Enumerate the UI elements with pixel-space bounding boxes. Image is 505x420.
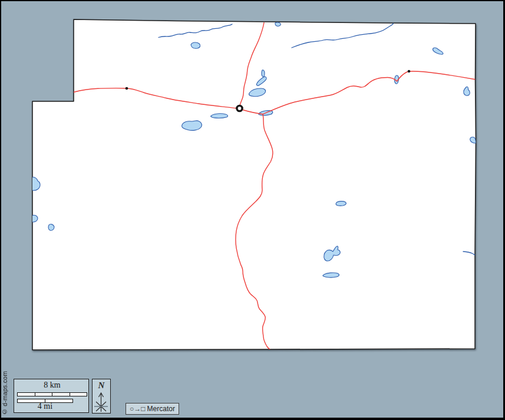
county-outline	[32, 19, 476, 350]
map-canvas: 8 km 4 mi N ○→□ Mercator © d-maps.com	[0, 0, 505, 420]
lake	[191, 42, 200, 48]
scale-bar-km	[17, 392, 87, 396]
north-arrow-icon	[93, 391, 110, 413]
place-dot	[126, 87, 128, 90]
lake	[336, 201, 346, 206]
county-map	[0, 0, 505, 420]
projection-panel: ○→□ Mercator	[126, 403, 179, 415]
scale-bar-panel: 8 km 4 mi	[14, 379, 89, 413]
scale-mi-label: 4 mi	[17, 402, 73, 411]
scale-segment	[35, 393, 52, 396]
lake	[182, 121, 202, 131]
lake	[211, 114, 228, 118]
copyright-credit: © d-maps.com	[1, 371, 8, 415]
projection-label: Mercator	[147, 405, 175, 413]
scale-km-label: 8 km	[17, 381, 87, 390]
lake	[48, 224, 54, 231]
north-label: N	[93, 381, 110, 391]
lake	[262, 70, 265, 77]
scale-segment	[18, 393, 35, 396]
scale-segment	[70, 393, 87, 396]
town-marker	[237, 105, 242, 111]
lake	[275, 22, 280, 27]
projection-transform-icon: ○→□	[130, 405, 146, 413]
north-arrow-panel: N	[92, 379, 111, 414]
scale-segment	[52, 393, 70, 396]
place-dot	[408, 70, 411, 73]
